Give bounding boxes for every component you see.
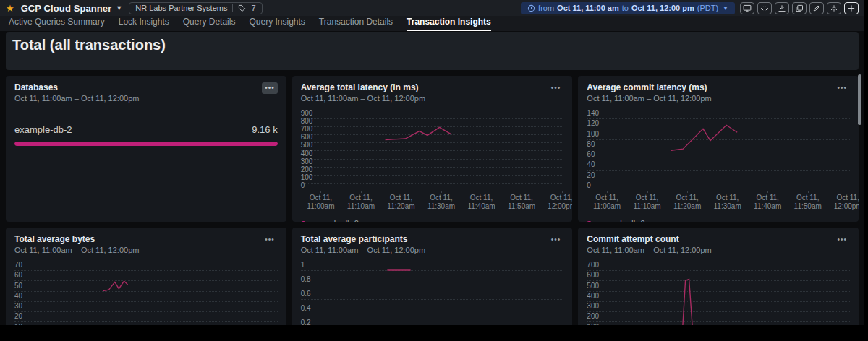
download-icon <box>778 4 786 12</box>
x-axis-labels: Oct 11,11:00amOct 11,11:10amOct 11,11:20… <box>587 194 850 212</box>
tab-active-queries-summary[interactable]: Active Queries Summary <box>9 17 105 31</box>
line-chart: 10.80.60.40.2 <box>301 270 564 325</box>
x-tick-label: Oct 11,11:00am <box>593 194 621 211</box>
code-export-icon <box>760 4 769 12</box>
y-tick-label: 700 <box>587 261 599 269</box>
panel-header: Databases Oct 11, 11:00am – Oct 11, 12:0… <box>14 82 278 103</box>
dashboard: Total (all transactions) Databases Oct 1… <box>0 31 864 325</box>
entity-tag-box[interactable]: NR Labs Partner Systems 7 <box>129 2 262 14</box>
x-tick-mark <box>687 191 688 193</box>
series-line <box>14 270 278 325</box>
chevron-down-icon[interactable]: ▼ <box>116 4 122 12</box>
x-tick-mark <box>482 191 482 193</box>
x-tick-mark <box>562 191 563 193</box>
x-tick-mark <box>522 191 522 193</box>
x-tick-label: Oct 11,11:20am <box>673 194 701 211</box>
bar-row[interactable]: example-db-2 9.16 k <box>14 124 278 135</box>
bar-chart: example-db-2 9.16 k <box>14 124 278 146</box>
time-timezone: (PDT) <box>697 4 718 12</box>
divider <box>232 4 233 12</box>
present-mode-icon <box>743 4 752 12</box>
panel-title: Databases <box>14 82 139 92</box>
series-line <box>301 118 564 191</box>
legend-label: example-db-2 <box>310 219 359 222</box>
x-tick-mark <box>808 191 809 193</box>
panel-average-commit-latency: Average commit latency (ms) Oct 11, 11:0… <box>578 76 859 222</box>
panel-menu-button[interactable]: ••• <box>548 234 564 246</box>
chart-plot[interactable]: 70605040302010 <box>14 270 278 325</box>
panel-menu-button[interactable]: ••• <box>262 234 278 246</box>
present-mode-button[interactable] <box>740 2 754 14</box>
tab-bar: Active Queries SummaryLock InsightsQuery… <box>0 16 864 31</box>
code-export-button[interactable] <box>757 2 772 14</box>
panel-title: Total average participants <box>301 234 425 244</box>
bar-value: 9.16 k <box>252 124 277 135</box>
x-axis-labels: Oct 11,11:00amOct 11,11:10amOct 11,11:20… <box>301 194 564 212</box>
panel-header: Total average participants Oct 11, 11:00… <box>301 234 564 254</box>
x-tick-label: Oct 11,11:50am <box>508 194 535 211</box>
x-tick-mark <box>401 191 401 193</box>
x-tick-label: Oct 11,11:30am <box>714 194 741 211</box>
time-end: Oct 11, 12:00 pm <box>631 4 694 12</box>
chart-plot[interactable]: 10.80.60.40.2 <box>301 270 564 325</box>
panel-menu-button[interactable]: ••• <box>262 82 278 94</box>
panel-subtitle: Oct 11, 11:00am – Oct 11, 12:00pm <box>301 94 425 103</box>
chevron-down-icon: ▼ <box>723 5 728 12</box>
x-tick-label: Oct 11,12:00pm <box>834 194 859 211</box>
copy-icon <box>795 4 804 12</box>
edit-button[interactable] <box>809 2 824 14</box>
panel-title: Average total latency (in ms) <box>301 82 425 92</box>
legend-item[interactable]: example-db-2 <box>301 219 564 222</box>
settings-button[interactable] <box>827 2 841 14</box>
x-tick-mark <box>728 191 728 193</box>
x-tick-mark <box>361 191 362 193</box>
y-tick-label: 70 <box>14 261 22 269</box>
tab-transaction-insights[interactable]: Transaction Insights <box>407 17 491 31</box>
time-range-picker[interactable]: from Oct 11, 11:00 am to Oct 11, 12:00 p… <box>521 2 735 14</box>
line-chart: 700600500400300200100 <box>587 270 850 325</box>
chart-plot[interactable]: 9008007006005004003002001000 <box>301 118 564 191</box>
chart-plot[interactable]: 700600500400300200100 <box>587 270 850 325</box>
panel-subtitle: Oct 11, 11:00am – Oct 11, 12:00pm <box>301 246 425 254</box>
legend-label: example-db-2 <box>596 219 644 222</box>
legend-item[interactable]: example-db-2 <box>587 219 850 222</box>
legend-dot <box>301 221 306 223</box>
panel-menu-button[interactable]: ••• <box>834 234 850 246</box>
x-tick-label: Oct 11,11:50am <box>794 194 822 211</box>
panel-header: Average commit latency (ms) Oct 11, 11:0… <box>587 82 850 103</box>
tab-query-insights[interactable]: Query Insights <box>249 17 305 31</box>
tab-transaction-details[interactable]: Transaction Details <box>319 17 393 31</box>
edit-icon <box>812 4 821 12</box>
add-button[interactable] <box>844 2 859 14</box>
section-header: Total (all transactions) <box>6 32 859 70</box>
chart-plot[interactable]: 140120100806040200 <box>587 118 850 191</box>
bar-fill <box>14 142 278 146</box>
y-tick-label: 140 <box>587 109 599 118</box>
panel-total-average-participants: Total average participants Oct 11, 11:00… <box>292 228 573 325</box>
favorite-star-icon[interactable]: ★ <box>6 4 14 13</box>
copy-button[interactable] <box>792 2 807 14</box>
settings-icon <box>830 4 838 12</box>
panel-menu-button[interactable]: ••• <box>548 82 564 94</box>
topbar-left: ★ GCP Cloud Spanner ▼ NR Labs Partner Sy… <box>6 2 263 14</box>
panel-grid: Databases Oct 11, 11:00am – Oct 11, 12:0… <box>6 76 859 325</box>
x-tick-label: Oct 11,11:10am <box>634 194 661 211</box>
panel-header: Commit attempt count Oct 11, 11:00am – O… <box>587 234 850 254</box>
panel-header: Total average bytes Oct 11, 11:00am – Oc… <box>14 234 278 254</box>
tab-lock-insights[interactable]: Lock Insights <box>119 17 169 31</box>
time-start: Oct 11, 11:00 am <box>557 4 619 12</box>
panel-subtitle: Oct 11, 11:00am – Oct 11, 12:00pm <box>14 94 139 103</box>
top-bar: ★ GCP Cloud Spanner ▼ NR Labs Partner Sy… <box>0 0 864 16</box>
tab-query-details[interactable]: Query Details <box>183 17 236 31</box>
entity-name: NR Labs Partner Systems <box>135 4 227 12</box>
line-chart: 140120100806040200Oct 11,11:00amOct 11,1… <box>587 118 850 222</box>
bar-label: example-db-2 <box>14 124 72 135</box>
app-title[interactable]: GCP Cloud Spanner <box>21 3 112 14</box>
scrollbar-thumb[interactable] <box>858 74 861 125</box>
legend-dot <box>587 221 592 223</box>
panel-total-average-bytes: Total average bytes Oct 11, 11:00am – Oc… <box>6 228 286 325</box>
x-tick-mark <box>767 191 768 193</box>
panel-menu-button[interactable]: ••• <box>834 82 850 94</box>
download-button[interactable] <box>775 2 789 14</box>
x-axis-line <box>301 191 564 191</box>
